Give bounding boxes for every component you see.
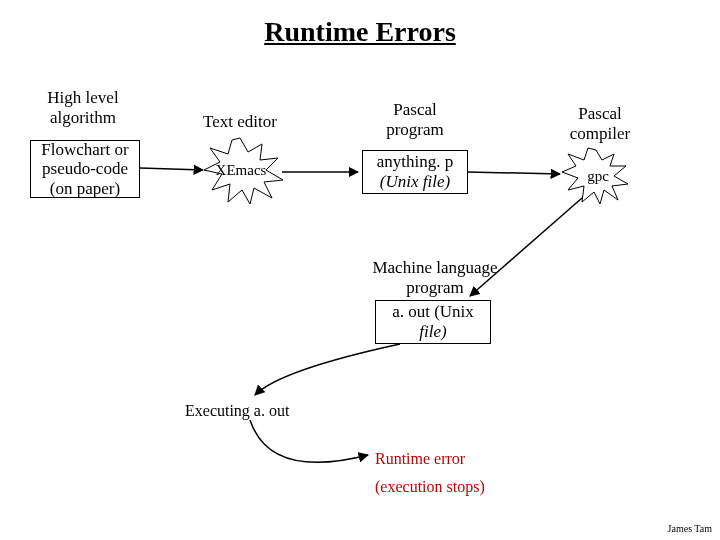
label-gpc: gpc xyxy=(578,168,618,185)
svg-line-2 xyxy=(140,168,203,170)
box-flowchart: Flowchart orpseudo-code(on paper) xyxy=(30,140,140,198)
footer-credit: James Tam xyxy=(668,523,712,534)
label-machine-language: Machine languageprogram xyxy=(355,258,515,297)
label-text-editor: Text editor xyxy=(190,112,290,132)
label-pascal-program: Pascalprogram xyxy=(370,100,460,139)
box-anything-p: anything. p(Unix file) xyxy=(362,150,468,194)
label-executing: Executing a. out xyxy=(185,402,289,420)
label-pascal-compiler: Pascalcompiler xyxy=(555,104,645,143)
label-high-level-algorithm: High levelalgorithm xyxy=(33,88,133,127)
page-title: Runtime Errors xyxy=(0,16,720,48)
label-execution-stops: (execution stops) xyxy=(375,478,485,496)
svg-line-4 xyxy=(468,172,560,174)
label-xemacs: XEmacs xyxy=(205,162,277,179)
label-runtime-error: Runtime error xyxy=(375,450,465,468)
box-aout: a. out (Unixfile) xyxy=(375,300,491,344)
